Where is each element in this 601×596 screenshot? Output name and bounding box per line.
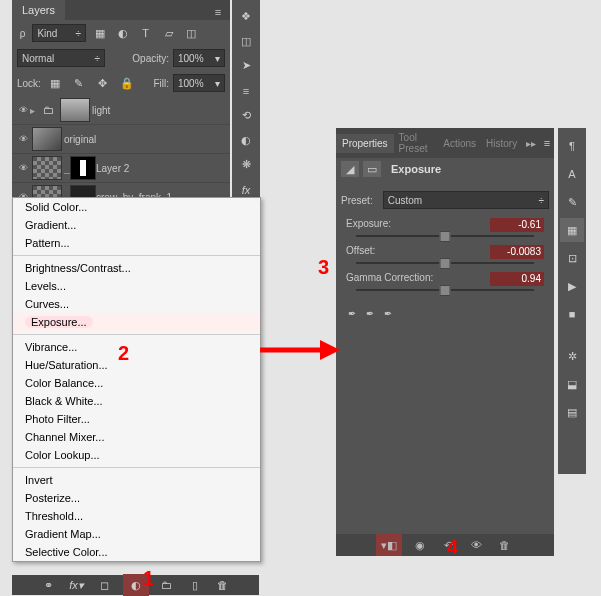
menu-item[interactable]: Black & White... — [13, 392, 260, 410]
menu-item[interactable]: Threshold... — [13, 507, 260, 525]
eyedropper-icon[interactable]: ✒ — [348, 308, 356, 319]
character-icon[interactable]: A — [560, 162, 584, 186]
folder-icon[interactable]: 🗀 — [157, 575, 177, 595]
smart-filter-icon[interactable]: ◫ — [182, 23, 201, 43]
filter-icon[interactable]: ρ — [17, 28, 28, 39]
menu-item[interactable]: Vibrance... — [13, 338, 260, 356]
styles-icon[interactable]: ❋ — [234, 155, 258, 176]
pixel-filter-icon[interactable]: ▦ — [90, 23, 109, 43]
toggle-visibility-icon[interactable]: 👁 — [466, 535, 486, 555]
arrow-icon — [260, 340, 340, 360]
exposure-icon: ◢ — [341, 161, 359, 177]
lock-transparent-icon[interactable]: ▦ — [45, 73, 65, 93]
mask-icon[interactable]: ◻ — [95, 575, 115, 595]
menu-item[interactable]: Color Balance... — [13, 374, 260, 392]
color-icon[interactable]: ▤ — [560, 400, 584, 424]
trash-icon[interactable]: 🗑 — [494, 535, 514, 555]
menu-item[interactable]: Channel Mixer... — [13, 428, 260, 446]
layer-mask[interactable] — [70, 156, 96, 180]
menu-item[interactable]: Gradient... — [13, 216, 260, 234]
path-icon[interactable]: ✎ — [560, 190, 584, 214]
type-filter-icon[interactable]: T — [136, 23, 155, 43]
filter-kind-select[interactable]: Kind÷ — [32, 24, 86, 42]
layer-thumb — [32, 156, 62, 180]
menu-item[interactable]: Photo Filter... — [13, 410, 260, 428]
panel-menu-icon[interactable]: ≡ — [540, 133, 554, 153]
menu-item-exposure[interactable]: Exposure... — [13, 313, 260, 331]
tab-actions[interactable]: Actions — [438, 134, 481, 153]
fx-icon[interactable]: fx▾ — [67, 575, 87, 595]
offset-slider[interactable] — [356, 262, 534, 264]
visibility-icon[interactable]: 👁 — [16, 104, 30, 116]
paragraph-icon[interactable]: ¶ — [560, 134, 584, 158]
ruler-icon[interactable]: ⊡ — [560, 246, 584, 270]
actions-icon[interactable]: ➤ — [234, 56, 258, 77]
channels-icon[interactable]: ◫ — [234, 31, 258, 52]
layers-stack-icon[interactable]: ❖ — [234, 6, 258, 27]
layer-name[interactable]: Layer 2 — [96, 163, 129, 174]
clip-to-layer-icon[interactable]: ▾◧ — [376, 534, 402, 556]
gamma-slider[interactable] — [356, 289, 534, 291]
menu-item[interactable]: Color Lookup... — [13, 446, 260, 464]
adjustments-icon[interactable]: ◐ — [234, 130, 258, 151]
eyedropper-gray-icon[interactable]: ✒ — [384, 308, 392, 319]
layers-tab[interactable]: Layers — [12, 0, 65, 20]
visibility-icon[interactable]: 👁 — [16, 133, 30, 145]
adjustment-layer-menu: Solid Color... Gradient... Pattern... Br… — [12, 197, 261, 562]
layer-row[interactable]: 👁 ⎯ Layer 2 — [12, 154, 230, 183]
menu-item[interactable]: Curves... — [13, 295, 260, 313]
eyedropper-white-icon[interactable]: ✒ — [366, 308, 374, 319]
exposure-slider[interactable] — [356, 235, 534, 237]
layer-name[interactable]: light — [92, 105, 110, 116]
lock-position-icon[interactable]: ✥ — [93, 73, 113, 93]
tab-history[interactable]: History — [481, 134, 522, 153]
tab-tool-preset[interactable]: Tool Preset — [394, 128, 439, 158]
panel-menu-icon[interactable]: ≡ — [208, 2, 228, 22]
preset-select[interactable]: Custom÷ — [383, 191, 549, 209]
view-previous-icon[interactable]: ◉ — [410, 535, 430, 555]
lock-all-icon[interactable]: 🔒 — [117, 73, 137, 93]
field-label: Gamma Correction: — [346, 272, 433, 286]
menu-item[interactable]: Hue/Saturation... — [13, 356, 260, 374]
lock-pixels-icon[interactable]: ✎ — [69, 73, 89, 93]
layer-row[interactable]: 👁 original — [12, 125, 230, 154]
mask-tab-icon[interactable]: ▭ — [363, 161, 381, 177]
link-icon[interactable]: ⚭ — [39, 575, 59, 595]
layer-row[interactable]: 👁 ▸ 🗀 light — [12, 96, 230, 125]
menu-item[interactable]: Invert — [13, 471, 260, 489]
visibility-icon[interactable]: 👁 — [16, 162, 30, 174]
left-sidebar: ❖ ◫ ➤ ≡ ⟲ ◐ ❋ fx — [232, 0, 260, 202]
navigator-icon[interactable]: ✲ — [560, 344, 584, 368]
history-icon[interactable]: ⟲ — [234, 105, 258, 126]
properties-panel: Properties Tool Preset Actions History ▸… — [336, 128, 554, 556]
exposure-value[interactable]: -0.61 — [490, 218, 544, 232]
gamma-value[interactable]: 0.94 — [490, 272, 544, 286]
menu-item[interactable]: Solid Color... — [13, 198, 260, 216]
opacity-input[interactable]: 100%▾ — [173, 49, 225, 67]
new-layer-icon[interactable]: ▯ — [185, 575, 205, 595]
info-icon[interactable]: ■ — [560, 302, 584, 326]
layers-panel: Layers ≡ ρ Kind÷ ▦ ◐ T ▱ ◫ Normal÷ Opaci… — [12, 0, 230, 196]
adjustment-filter-icon[interactable]: ◐ — [113, 23, 132, 43]
properties-title: Exposure — [391, 163, 441, 175]
menu-item[interactable]: Pattern... — [13, 234, 260, 252]
fill-input[interactable]: 100%▾ — [173, 74, 225, 92]
menu-item[interactable]: Selective Color... — [13, 543, 260, 561]
tab-properties[interactable]: Properties — [336, 134, 394, 153]
play-icon[interactable]: ▶ — [560, 274, 584, 298]
menu-item[interactable]: Gradient Map... — [13, 525, 260, 543]
layer-name[interactable]: original — [64, 134, 96, 145]
shape-filter-icon[interactable]: ▱ — [159, 23, 178, 43]
menu-item[interactable]: Posterize... — [13, 489, 260, 507]
swatches-icon[interactable]: ▦ — [560, 218, 584, 242]
menu-item[interactable]: Levels... — [13, 277, 260, 295]
offset-value[interactable]: -0.0083 — [490, 245, 544, 259]
histogram-icon[interactable]: ⬓ — [560, 372, 584, 396]
preset-label: Preset: — [341, 195, 373, 206]
trash-icon[interactable]: 🗑 — [213, 575, 233, 595]
right-sidebar: ¶ A ✎ ▦ ⊡ ▶ ■ ✲ ⬓ ▤ — [558, 128, 586, 474]
collapse-icon[interactable]: ▸▸ — [522, 138, 540, 149]
blend-mode-select[interactable]: Normal÷ — [17, 49, 105, 67]
menu-item[interactable]: Brightness/Contrast... — [13, 259, 260, 277]
paths-icon[interactable]: ≡ — [234, 80, 258, 101]
